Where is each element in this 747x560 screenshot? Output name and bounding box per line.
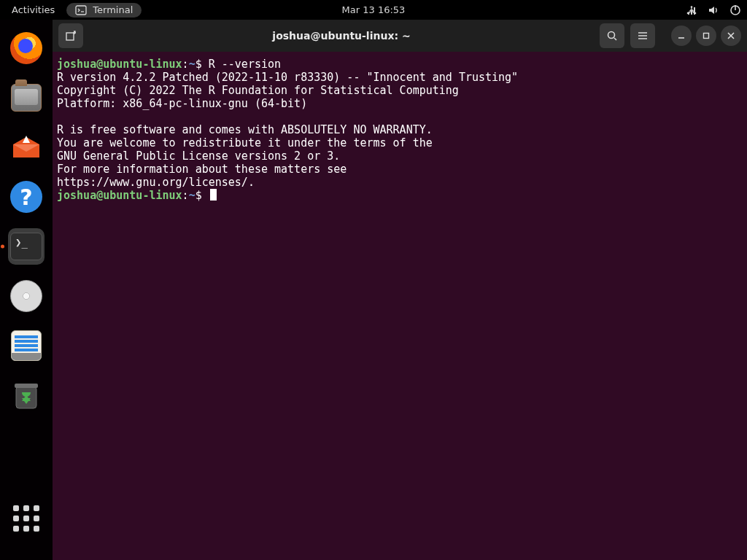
prompt-dollar: $ xyxy=(196,58,209,71)
hamburger-menu-button[interactable] xyxy=(630,23,655,48)
dock-item-help[interactable]: ? xyxy=(8,179,44,215)
dock-item-terminal[interactable] xyxy=(8,228,44,265)
search-icon xyxy=(606,30,618,42)
terminal-app-icon xyxy=(10,233,42,260)
help-icon: ? xyxy=(10,181,42,213)
prompt-path: ~ xyxy=(189,189,196,202)
svg-rect-8 xyxy=(15,384,38,388)
svg-rect-11 xyxy=(66,33,74,40)
window-titlebar: joshua@ubuntu-linux: ~ xyxy=(53,20,747,52)
svg-point-2 xyxy=(694,12,697,14)
prompt-sep: : xyxy=(182,58,189,71)
clock[interactable]: Mar 13 16:53 xyxy=(342,4,406,15)
activities-button[interactable]: Activities xyxy=(6,3,61,17)
svg-point-12 xyxy=(608,32,615,39)
disc-icon xyxy=(10,280,42,312)
search-button[interactable] xyxy=(600,23,624,48)
power-icon[interactable] xyxy=(729,4,741,16)
gnome-top-bar: Activities Terminal Mar 13 16:53 xyxy=(0,0,747,20)
prompt-user: joshua@ubuntu-linux xyxy=(57,189,182,202)
maximize-button[interactable] xyxy=(696,26,716,46)
files-icon xyxy=(11,84,42,112)
show-applications-button[interactable] xyxy=(8,500,44,537)
minimize-button[interactable] xyxy=(671,26,692,46)
dock-item-text-editor[interactable] xyxy=(8,327,44,364)
maximize-icon xyxy=(702,31,711,40)
close-button[interactable] xyxy=(721,26,741,46)
close-icon xyxy=(727,31,735,40)
prompt-user: joshua@ubuntu-linux xyxy=(57,58,182,71)
svg-point-3 xyxy=(691,6,693,8)
trash-icon xyxy=(12,379,41,411)
active-app-label: Terminal xyxy=(93,4,133,15)
software-icon xyxy=(10,133,42,162)
svg-rect-5 xyxy=(735,5,736,10)
dock-item-disc[interactable] xyxy=(8,278,44,314)
hamburger-icon xyxy=(637,30,649,42)
terminal-window: joshua@ubuntu-linux: ~ joshua@ubuntu-lin… xyxy=(53,20,747,560)
terminal-content[interactable]: joshua@ubuntu-linux:~$ R --version R ver… xyxy=(53,52,747,208)
prompt-dollar: $ xyxy=(196,189,209,202)
cursor xyxy=(210,189,217,201)
svg-point-1 xyxy=(687,12,689,14)
volume-icon[interactable] xyxy=(708,4,719,16)
dock-item-firefox[interactable] xyxy=(8,30,44,66)
dock-item-software[interactable] xyxy=(8,129,44,166)
new-tab-icon xyxy=(65,30,77,42)
new-tab-button[interactable] xyxy=(58,23,83,48)
command-text: R --version xyxy=(209,58,281,71)
svg-rect-0 xyxy=(76,6,86,15)
dock-item-trash[interactable] xyxy=(8,377,44,413)
firefox-icon xyxy=(10,32,42,64)
prompt-path: ~ xyxy=(189,58,196,71)
network-icon[interactable] xyxy=(686,4,697,16)
window-title: joshua@ubuntu-linux: ~ xyxy=(89,30,594,42)
active-app-indicator[interactable]: Terminal xyxy=(66,3,142,18)
terminal-icon xyxy=(75,4,87,16)
dock: ? xyxy=(0,20,53,560)
svg-rect-13 xyxy=(704,34,709,39)
prompt-sep: : xyxy=(182,189,189,202)
dock-item-files[interactable] xyxy=(8,79,44,116)
text-editor-icon xyxy=(11,330,42,361)
minimize-icon xyxy=(677,31,686,40)
command-output: R version 4.2.2 Patched (2022-11-10 r833… xyxy=(57,71,518,189)
